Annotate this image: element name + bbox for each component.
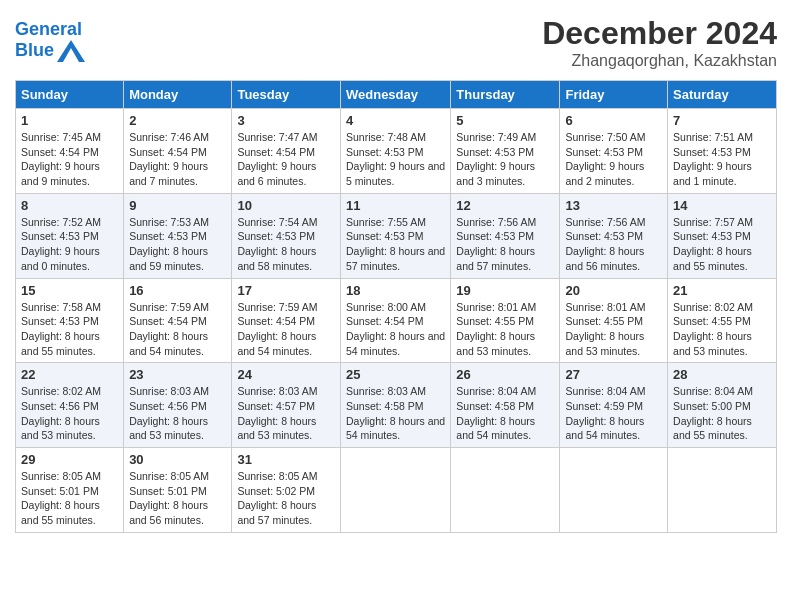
day-detail: Sunrise: 8:03 AMSunset: 4:56 PMDaylight:… <box>129 384 226 443</box>
day-detail: Sunrise: 7:45 AMSunset: 4:54 PMDaylight:… <box>21 130 118 189</box>
day-number: 7 <box>673 113 771 128</box>
day-number: 20 <box>565 283 662 298</box>
calendar-cell: 30Sunrise: 8:05 AMSunset: 5:01 PMDayligh… <box>124 448 232 533</box>
day-number: 19 <box>456 283 554 298</box>
logo-icon <box>57 40 85 62</box>
day-detail: Sunrise: 7:56 AMSunset: 4:53 PMDaylight:… <box>565 215 662 274</box>
day-number: 4 <box>346 113 445 128</box>
day-number: 27 <box>565 367 662 382</box>
day-number: 29 <box>21 452 118 467</box>
day-number: 3 <box>237 113 335 128</box>
day-number: 11 <box>346 198 445 213</box>
calendar-cell: 29Sunrise: 8:05 AMSunset: 5:01 PMDayligh… <box>16 448 124 533</box>
day-number: 28 <box>673 367 771 382</box>
calendar-cell <box>451 448 560 533</box>
calendar-cell: 24Sunrise: 8:03 AMSunset: 4:57 PMDayligh… <box>232 363 341 448</box>
day-detail: Sunrise: 7:54 AMSunset: 4:53 PMDaylight:… <box>237 215 335 274</box>
calendar-cell: 12Sunrise: 7:56 AMSunset: 4:53 PMDayligh… <box>451 193 560 278</box>
calendar-cell: 14Sunrise: 7:57 AMSunset: 4:53 PMDayligh… <box>668 193 777 278</box>
weekday-header-row: SundayMondayTuesdayWednesdayThursdayFrid… <box>16 81 777 109</box>
calendar-cell: 8Sunrise: 7:52 AMSunset: 4:53 PMDaylight… <box>16 193 124 278</box>
calendar-cell: 5Sunrise: 7:49 AMSunset: 4:53 PMDaylight… <box>451 109 560 194</box>
day-number: 23 <box>129 367 226 382</box>
day-detail: Sunrise: 7:59 AMSunset: 4:54 PMDaylight:… <box>129 300 226 359</box>
calendar-cell: 10Sunrise: 7:54 AMSunset: 4:53 PMDayligh… <box>232 193 341 278</box>
day-number: 16 <box>129 283 226 298</box>
day-number: 6 <box>565 113 662 128</box>
calendar-cell: 4Sunrise: 7:48 AMSunset: 4:53 PMDaylight… <box>340 109 450 194</box>
logo-text2: Blue <box>15 41 54 61</box>
day-detail: Sunrise: 8:04 AMSunset: 5:00 PMDaylight:… <box>673 384 771 443</box>
calendar-cell: 16Sunrise: 7:59 AMSunset: 4:54 PMDayligh… <box>124 278 232 363</box>
day-detail: Sunrise: 8:05 AMSunset: 5:01 PMDaylight:… <box>21 469 118 528</box>
day-detail: Sunrise: 7:57 AMSunset: 4:53 PMDaylight:… <box>673 215 771 274</box>
calendar-cell: 1Sunrise: 7:45 AMSunset: 4:54 PMDaylight… <box>16 109 124 194</box>
day-number: 2 <box>129 113 226 128</box>
calendar-cell: 19Sunrise: 8:01 AMSunset: 4:55 PMDayligh… <box>451 278 560 363</box>
weekday-header-wednesday: Wednesday <box>340 81 450 109</box>
calendar-cell: 28Sunrise: 8:04 AMSunset: 5:00 PMDayligh… <box>668 363 777 448</box>
week-row-5: 29Sunrise: 8:05 AMSunset: 5:01 PMDayligh… <box>16 448 777 533</box>
day-detail: Sunrise: 7:55 AMSunset: 4:53 PMDaylight:… <box>346 215 445 274</box>
week-row-4: 22Sunrise: 8:02 AMSunset: 4:56 PMDayligh… <box>16 363 777 448</box>
day-detail: Sunrise: 8:04 AMSunset: 4:59 PMDaylight:… <box>565 384 662 443</box>
calendar-cell: 15Sunrise: 7:58 AMSunset: 4:53 PMDayligh… <box>16 278 124 363</box>
day-detail: Sunrise: 7:56 AMSunset: 4:53 PMDaylight:… <box>456 215 554 274</box>
day-number: 21 <box>673 283 771 298</box>
week-row-3: 15Sunrise: 7:58 AMSunset: 4:53 PMDayligh… <box>16 278 777 363</box>
day-number: 26 <box>456 367 554 382</box>
day-number: 31 <box>237 452 335 467</box>
calendar-cell: 11Sunrise: 7:55 AMSunset: 4:53 PMDayligh… <box>340 193 450 278</box>
day-number: 14 <box>673 198 771 213</box>
weekday-header-saturday: Saturday <box>668 81 777 109</box>
calendar-cell: 9Sunrise: 7:53 AMSunset: 4:53 PMDaylight… <box>124 193 232 278</box>
day-number: 24 <box>237 367 335 382</box>
day-detail: Sunrise: 7:47 AMSunset: 4:54 PMDaylight:… <box>237 130 335 189</box>
day-number: 10 <box>237 198 335 213</box>
day-detail: Sunrise: 8:04 AMSunset: 4:58 PMDaylight:… <box>456 384 554 443</box>
day-number: 8 <box>21 198 118 213</box>
calendar-cell: 13Sunrise: 7:56 AMSunset: 4:53 PMDayligh… <box>560 193 668 278</box>
month-title: December 2024 <box>542 15 777 52</box>
calendar-cell: 2Sunrise: 7:46 AMSunset: 4:54 PMDaylight… <box>124 109 232 194</box>
weekday-header-friday: Friday <box>560 81 668 109</box>
calendar-cell: 27Sunrise: 8:04 AMSunset: 4:59 PMDayligh… <box>560 363 668 448</box>
day-number: 17 <box>237 283 335 298</box>
day-detail: Sunrise: 7:51 AMSunset: 4:53 PMDaylight:… <box>673 130 771 189</box>
day-detail: Sunrise: 8:03 AMSunset: 4:57 PMDaylight:… <box>237 384 335 443</box>
calendar-cell: 26Sunrise: 8:04 AMSunset: 4:58 PMDayligh… <box>451 363 560 448</box>
calendar-cell: 22Sunrise: 8:02 AMSunset: 4:56 PMDayligh… <box>16 363 124 448</box>
calendar-cell <box>560 448 668 533</box>
day-number: 25 <box>346 367 445 382</box>
weekday-header-sunday: Sunday <box>16 81 124 109</box>
calendar-cell: 18Sunrise: 8:00 AMSunset: 4:54 PMDayligh… <box>340 278 450 363</box>
day-detail: Sunrise: 7:52 AMSunset: 4:53 PMDaylight:… <box>21 215 118 274</box>
calendar-cell: 6Sunrise: 7:50 AMSunset: 4:53 PMDaylight… <box>560 109 668 194</box>
calendar-cell <box>668 448 777 533</box>
location-title: Zhangaqorghan, Kazakhstan <box>542 52 777 70</box>
calendar-table: SundayMondayTuesdayWednesdayThursdayFrid… <box>15 80 777 533</box>
day-number: 9 <box>129 198 226 213</box>
week-row-1: 1Sunrise: 7:45 AMSunset: 4:54 PMDaylight… <box>16 109 777 194</box>
day-number: 1 <box>21 113 118 128</box>
day-number: 30 <box>129 452 226 467</box>
weekday-header-monday: Monday <box>124 81 232 109</box>
day-detail: Sunrise: 7:53 AMSunset: 4:53 PMDaylight:… <box>129 215 226 274</box>
day-detail: Sunrise: 8:02 AMSunset: 4:56 PMDaylight:… <box>21 384 118 443</box>
day-detail: Sunrise: 8:05 AMSunset: 5:01 PMDaylight:… <box>129 469 226 528</box>
calendar-cell <box>340 448 450 533</box>
day-detail: Sunrise: 8:01 AMSunset: 4:55 PMDaylight:… <box>565 300 662 359</box>
header: General Blue December 2024 Zhangaqorghan… <box>15 15 777 70</box>
day-detail: Sunrise: 8:03 AMSunset: 4:58 PMDaylight:… <box>346 384 445 443</box>
title-area: December 2024 Zhangaqorghan, Kazakhstan <box>542 15 777 70</box>
calendar-cell: 3Sunrise: 7:47 AMSunset: 4:54 PMDaylight… <box>232 109 341 194</box>
calendar-cell: 20Sunrise: 8:01 AMSunset: 4:55 PMDayligh… <box>560 278 668 363</box>
day-number: 13 <box>565 198 662 213</box>
day-detail: Sunrise: 7:50 AMSunset: 4:53 PMDaylight:… <box>565 130 662 189</box>
calendar-cell: 17Sunrise: 7:59 AMSunset: 4:54 PMDayligh… <box>232 278 341 363</box>
day-number: 15 <box>21 283 118 298</box>
calendar-cell: 23Sunrise: 8:03 AMSunset: 4:56 PMDayligh… <box>124 363 232 448</box>
week-row-2: 8Sunrise: 7:52 AMSunset: 4:53 PMDaylight… <box>16 193 777 278</box>
day-detail: Sunrise: 7:58 AMSunset: 4:53 PMDaylight:… <box>21 300 118 359</box>
day-detail: Sunrise: 7:48 AMSunset: 4:53 PMDaylight:… <box>346 130 445 189</box>
